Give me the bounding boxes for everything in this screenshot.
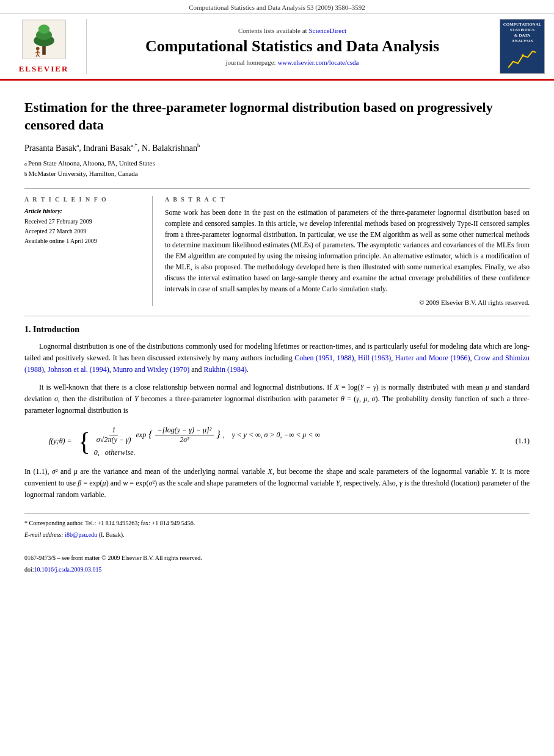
section-1-number: 1.: [24, 325, 31, 334]
author-3-name: N. Balakrishnan: [142, 144, 197, 153]
ref-munro-wixley[interactable]: Munro and Wixley (1970): [113, 365, 190, 374]
section-divider: [24, 316, 530, 316]
journal-logo-right: COMPUTATIONALSTATISTICS& DATAANALYSIS: [498, 19, 547, 74]
main-content: Estimation for the three-parameter logno…: [0, 81, 554, 589]
footnote-doi-link[interactable]: 10.1016/j.csda.2009.03.015: [34, 566, 102, 573]
journal-logo-box-title: COMPUTATIONALSTATISTICS& DATAANALYSIS: [503, 22, 542, 44]
article-history-received: Received 27 February 2009: [24, 217, 144, 227]
footnote-area: * Corresponding author. Tel.: +1 814 949…: [24, 513, 530, 575]
footnote-email-link[interactable]: i8b@psu.edu: [65, 531, 97, 538]
article-title: Estimation for the three-parameter logno…: [24, 99, 530, 134]
author-1-name: Prasanta Basak: [24, 144, 76, 153]
page-container: Computational Statistics and Data Analys…: [0, 0, 554, 589]
journal-main-title: Computational Statistics and Data Analys…: [145, 37, 439, 56]
author-1-super: a: [76, 142, 79, 148]
article-info-abstract-row: A R T I C L E I N F O Article history: R…: [24, 188, 530, 306]
journal-top-bar: Computational Statistics and Data Analys…: [0, 0, 554, 14]
elsevier-tree-icon: [20, 19, 68, 62]
author-3-super: b: [197, 142, 200, 148]
author-2-name: Indrani Basak: [83, 144, 131, 153]
journal-citation: Computational Statistics and Data Analys…: [189, 4, 365, 11]
elsevier-label: ELSEVIER: [19, 64, 69, 74]
journal-logo-chart-icon: [507, 46, 538, 71]
formula-label: f(y;θ) =: [49, 437, 72, 446]
footnote-doi: doi:10.1016/j.csda.2009.03.015: [24, 565, 530, 575]
formula-number-1-1: (1.1): [493, 437, 530, 446]
abstract-col: A B S T R A C T Some work has been done …: [165, 196, 530, 306]
affil-super-a: a: [24, 159, 27, 168]
footnote-corresponding-author: * Corresponding author. Tel.: +1 814 949…: [24, 518, 530, 528]
affil-text-a: Penn State Altoona, Altoona, PA, United …: [28, 158, 155, 169]
journal-title-area: Contents lists available at ScienceDirec…: [93, 19, 492, 74]
abstract-text: Some work has been done in the past on t…: [165, 208, 530, 295]
ref-rukhin[interactable]: Rukhin (1984): [204, 365, 247, 374]
authors-line: Prasanta Basaka, Indrani Basaka,*, N. Ba…: [24, 142, 530, 153]
svg-point-4: [38, 24, 49, 34]
affil-line-2: b McMaster University, Hamilton, Canada: [24, 169, 530, 180]
ref-johnson-et-al[interactable]: Johnson et al. (1994): [48, 365, 109, 374]
journal-header: ELSEVIER Contents lists available at Sci…: [0, 14, 554, 81]
abstract-header: A B S T R A C T: [165, 196, 530, 203]
copyright-line: © 2009 Elsevier B.V. All rights reserved…: [165, 299, 530, 306]
section-1-heading: 1. Introduction: [24, 325, 530, 335]
author-2-super: a,*: [131, 142, 137, 148]
formula-case-1: 1 σ√2π(y − γ) exp { −[log(y − γ) − μ]² 2…: [94, 426, 320, 445]
journal-logo-box: COMPUTATIONALSTATISTICS& DATAANALYSIS: [500, 19, 545, 74]
article-history-accepted: Accepted 27 March 2009: [24, 227, 144, 236]
homepage-link[interactable]: www.elsevier.com/locate/csda: [277, 59, 359, 66]
footnote-rights: 0167-9473/$ – see front matter © 2009 El…: [24, 553, 530, 563]
affil-line-1: a Penn State Altoona, Altoona, PA, Unite…: [24, 158, 530, 169]
contents-line: Contents lists available at ScienceDirec…: [238, 27, 346, 34]
article-info-header: A R T I C L E I N F O: [24, 196, 144, 203]
para-after-formula: In (1.1), σ² and μ are the variance and …: [24, 466, 530, 501]
formula-1-1: f(y;θ) = { 1 σ√2π(y − γ) exp { −[log(y −…: [24, 426, 530, 457]
footnote-blank: [24, 542, 530, 551]
journal-homepage: journal homepage: www.elsevier.com/locat…: [226, 59, 359, 66]
article-info-col: A R T I C L E I N F O Article history: R…: [24, 196, 153, 306]
elsevier-logo-area: ELSEVIER: [7, 19, 87, 74]
article-history-online: Available online 1 April 2009: [24, 236, 144, 246]
affiliations: a Penn State Altoona, Altoona, PA, Unite…: [24, 158, 530, 180]
ref-cohen-1951[interactable]: Cohen (1951, 1988): [294, 354, 354, 362]
section-1-title: Introduction: [33, 325, 79, 334]
affil-super-b: b: [24, 170, 27, 178]
intro-para-1: Lognormal distribution is one of the dis…: [24, 341, 530, 376]
ref-harter-moore[interactable]: Harter and Moore (1966): [395, 354, 470, 362]
footnote-email: E-mail address: i8b@psu.edu (I. Basak).: [24, 530, 530, 540]
formula-case-2: 0, otherwise.: [94, 448, 320, 457]
intro-para-2: It is well-known that there is a close r…: [24, 382, 530, 417]
affil-text-b: McMaster University, Hamilton, Canada: [29, 169, 138, 180]
svg-point-11: [522, 54, 524, 57]
ref-hill-1963[interactable]: Hill (1963): [358, 354, 391, 362]
article-history-label: Article history:: [24, 208, 144, 214]
svg-point-5: [35, 47, 39, 51]
sciencedirect-link[interactable]: ScienceDirect: [308, 27, 346, 34]
formula-cases: 1 σ√2π(y − γ) exp { −[log(y − γ) − μ]² 2…: [94, 426, 320, 457]
formula-brace-icon: {: [78, 429, 90, 454]
